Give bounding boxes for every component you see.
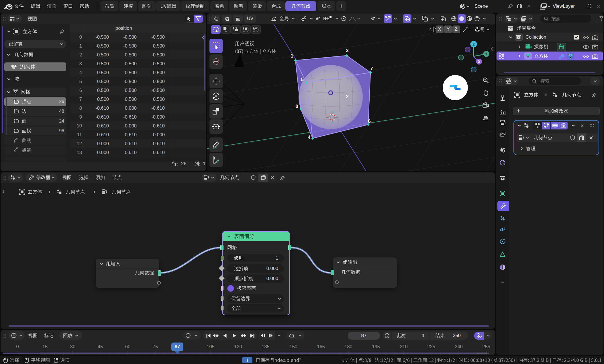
- svg-text:1: 1: [291, 53, 293, 59]
- svg-text:3: 3: [346, 48, 348, 53]
- svg-text:5: 5: [301, 77, 303, 82]
- svg-text:Y: Y: [485, 52, 488, 56]
- svg-text:6: 6: [368, 119, 370, 124]
- svg-text:4: 4: [308, 135, 311, 140]
- svg-text:7: 7: [370, 66, 373, 71]
- svg-text:0: 0: [295, 104, 298, 109]
- svg-text:Z: Z: [472, 42, 475, 46]
- svg-text:2: 2: [346, 94, 348, 99]
- svg-text:X: X: [478, 60, 481, 64]
